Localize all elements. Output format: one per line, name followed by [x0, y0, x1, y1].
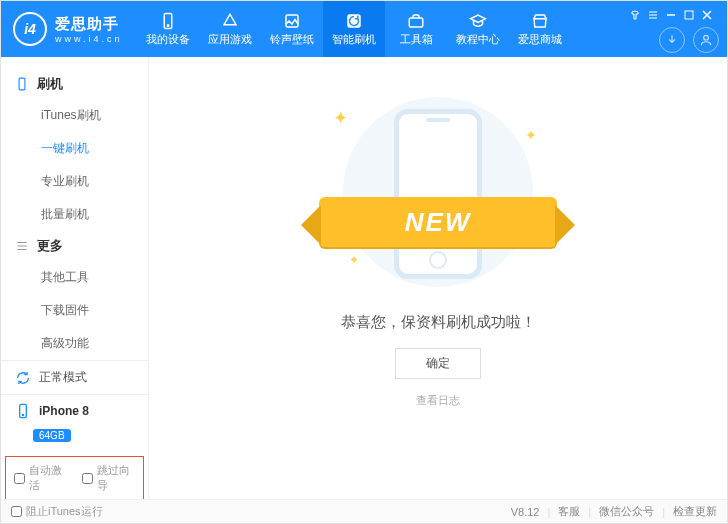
sidebar-item-oneclick-flash[interactable]: 一键刷机: [1, 132, 148, 165]
tab-store[interactable]: 爱思商城: [509, 1, 571, 57]
tab-tutorials[interactable]: 教程中心: [447, 1, 509, 57]
storage-badge: 64GB: [33, 429, 71, 442]
menu-button[interactable]: [647, 9, 659, 21]
sidebar-item-download-firmware[interactable]: 下载固件: [1, 294, 148, 327]
logo: i4 爱思助手 www.i4.cn: [13, 12, 137, 46]
image-icon: [283, 12, 301, 30]
version-label: V8.12: [511, 506, 540, 518]
phone-icon: [159, 12, 177, 30]
phone-icon: [15, 403, 31, 419]
tab-label: 教程中心: [456, 32, 500, 47]
tab-label: 工具箱: [400, 32, 433, 47]
menu-icon: [15, 239, 29, 253]
group-label: 刷机: [37, 75, 63, 93]
sidebar-item-itunes-flash[interactable]: iTunes刷机: [1, 99, 148, 132]
toolbox-icon: [407, 12, 425, 30]
tab-apps[interactable]: 应用游戏: [199, 1, 261, 57]
ok-button[interactable]: 确定: [395, 348, 481, 379]
sidebar-item-other-tools[interactable]: 其他工具: [1, 261, 148, 294]
tab-ringtones[interactable]: 铃声壁纸: [261, 1, 323, 57]
svg-rect-7: [19, 78, 25, 90]
phone-icon: [15, 77, 29, 91]
logo-text: 爱思助手 www.i4.cn: [55, 15, 123, 44]
user-button[interactable]: [693, 27, 719, 53]
apps-icon: [221, 12, 239, 30]
tab-flash[interactable]: 智能刷机: [323, 1, 385, 57]
brand-url: www.i4.cn: [55, 34, 123, 44]
app-window: i4 爱思助手 www.i4.cn 我的设备 应用游戏 铃声壁纸 智能刷机: [0, 0, 728, 524]
skin-button[interactable]: [629, 9, 641, 21]
checkbox-label: 自动激活: [29, 463, 68, 493]
svg-point-9: [22, 414, 23, 415]
body: 刷机 iTunes刷机 一键刷机 专业刷机 批量刷机 更多 其他工具 下载固件 …: [1, 57, 727, 499]
store-icon: [531, 12, 549, 30]
graduation-icon: [469, 12, 487, 30]
sparkle-icon: ✦: [525, 127, 537, 143]
device-name: iPhone 8: [39, 404, 89, 418]
sidebar-item-pro-flash[interactable]: 专业刷机: [1, 165, 148, 198]
tab-label: 铃声壁纸: [270, 32, 314, 47]
success-illustration: ✦ ✦ ✦ NEW: [293, 97, 583, 287]
sync-icon: [15, 370, 31, 386]
main-panel: ✦ ✦ ✦ NEW 恭喜您，保资料刷机成功啦！ 确定 查看日志: [149, 57, 727, 499]
tab-my-devices[interactable]: 我的设备: [137, 1, 199, 57]
sidebar-group-flash: 刷机: [1, 69, 148, 99]
brand-name: 爱思助手: [55, 15, 123, 34]
svg-point-6: [704, 35, 709, 40]
download-button[interactable]: [659, 27, 685, 53]
device-mode[interactable]: 正常模式: [1, 360, 148, 394]
svg-rect-5: [685, 11, 693, 19]
tab-label: 应用游戏: [208, 32, 252, 47]
window-controls: [629, 9, 713, 21]
success-message: 恭喜您，保资料刷机成功啦！: [341, 313, 536, 332]
header: i4 爱思助手 www.i4.cn 我的设备 应用游戏 铃声壁纸 智能刷机: [1, 1, 727, 57]
post-flash-options: 自动激活 跳过向导: [5, 456, 144, 500]
sidebar-item-batch-flash[interactable]: 批量刷机: [1, 198, 148, 231]
sparkle-icon: ✦: [349, 253, 359, 267]
tab-label: 爱思商城: [518, 32, 562, 47]
checkbox-input[interactable]: [11, 506, 22, 517]
checkbox-input[interactable]: [14, 473, 25, 484]
sparkle-icon: ✦: [333, 107, 348, 129]
tab-label: 我的设备: [146, 32, 190, 47]
sidebar-item-advanced[interactable]: 高级功能: [1, 327, 148, 360]
group-label: 更多: [37, 237, 63, 255]
status-bar: 阻止iTunes运行 V8.12 | 客服 | 微信公众号 | 检查更新: [1, 499, 727, 523]
top-tabs: 我的设备 应用游戏 铃声壁纸 智能刷机 工具箱 教程中心: [137, 1, 629, 57]
tab-toolbox[interactable]: 工具箱: [385, 1, 447, 57]
minimize-button[interactable]: [665, 9, 677, 21]
phone-illustration-icon: [394, 109, 482, 279]
svg-point-1: [167, 24, 169, 26]
checkbox-auto-activate[interactable]: 自动激活: [14, 463, 68, 493]
wechat-link[interactable]: 微信公众号: [599, 504, 654, 519]
svg-rect-4: [409, 18, 423, 27]
sidebar-group-more: 更多: [1, 231, 148, 261]
maximize-button[interactable]: [683, 9, 695, 21]
check-update-link[interactable]: 检查更新: [673, 504, 717, 519]
refresh-icon: [345, 12, 363, 30]
view-log-link[interactable]: 查看日志: [416, 393, 460, 408]
checkbox-skip-guide[interactable]: 跳过向导: [82, 463, 136, 493]
checkbox-block-itunes[interactable]: 阻止iTunes运行: [11, 504, 103, 519]
checkbox-label: 阻止iTunes运行: [26, 504, 103, 519]
sidebar: 刷机 iTunes刷机 一键刷机 专业刷机 批量刷机 更多 其他工具 下载固件 …: [1, 57, 149, 499]
mode-label: 正常模式: [39, 369, 87, 386]
tab-label: 智能刷机: [332, 32, 376, 47]
close-button[interactable]: [701, 9, 713, 21]
logo-badge-icon: i4: [13, 12, 47, 46]
header-right: [629, 5, 719, 53]
support-link[interactable]: 客服: [558, 504, 580, 519]
new-ribbon: NEW: [319, 197, 557, 247]
device-block[interactable]: iPhone 8 64GB: [1, 394, 148, 450]
checkbox-input[interactable]: [82, 473, 93, 484]
checkbox-label: 跳过向导: [97, 463, 136, 493]
